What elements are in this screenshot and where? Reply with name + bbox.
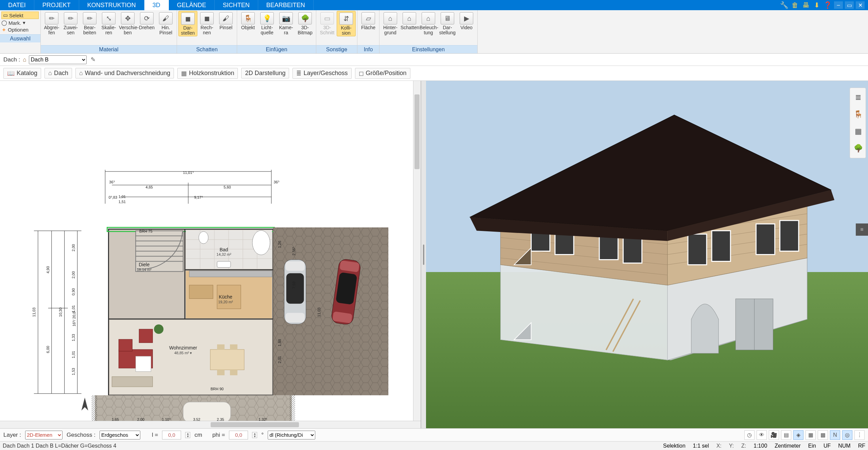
- 2d-v-scrollbar[interactable]: [413, 81, 421, 421]
- viewmode-solid-button[interactable]: ▩: [818, 430, 828, 440]
- 3d-view[interactable]: ≣🪑▦🌳 ≡: [426, 81, 868, 428]
- help-icon[interactable]: ❓: [823, 1, 832, 9]
- menu-datei[interactable]: DATEI: [0, 0, 34, 10]
- tab-layer-g[interactable]: ≣Layer/Geschoss: [293, 68, 351, 79]
- phi-spinner[interactable]: ▲▼: [252, 432, 257, 438]
- status-scale: 1:100: [754, 443, 767, 449]
- ribbon-zuweisen-button[interactable]: ✏Zuwei-sen: [61, 11, 80, 36]
- layer-select[interactable]: 2D-Elemen: [25, 431, 63, 439]
- selekt-toggle[interactable]: ▭ Selekt: [1, 12, 39, 19]
- menu-bearbeiten[interactable]: BEARBEITEN: [258, 0, 314, 10]
- viewmode-compass-button[interactable]: ◎: [842, 430, 852, 440]
- ribbon-darstellung-button[interactable]: 🖥Dar-stellung: [438, 11, 457, 36]
- mark-dropdown[interactable]: ◯ Mark. ▾: [1, 20, 39, 26]
- menu-sichten[interactable]: SICHTEN: [215, 0, 258, 10]
- ribbon-flaeche-button[interactable]: ▱Fläche: [359, 11, 378, 30]
- status-unit: Zentimeter: [775, 443, 800, 449]
- ribbon-abgreifen-button[interactable]: ✏Abgrei-fen: [42, 11, 61, 36]
- tab-wand-dach[interactable]: ⌂Wand- und Dachverschneidung: [75, 68, 174, 78]
- geschoss-select[interactable]: Erdgeschos: [100, 431, 140, 439]
- ribbon-drehen-button[interactable]: ⟳Drehen: [137, 11, 156, 30]
- menu-konstruktion[interactable]: KONSTRUKTION: [79, 0, 144, 10]
- viewmode-stack-button[interactable]: ▤: [781, 430, 791, 440]
- dach-select[interactable]: Dach B: [29, 55, 87, 64]
- palette-plants-button[interactable]: 🌳: [852, 142, 864, 155]
- l-input[interactable]: [162, 431, 181, 439]
- viewmode-cam-button[interactable]: 🎥: [769, 430, 779, 440]
- svg-rect-107: [780, 220, 799, 251]
- svg-rect-103: [623, 236, 642, 263]
- darstellen-icon: ◼: [181, 13, 195, 25]
- phi-label: phi =: [212, 432, 225, 438]
- ribbon-video-button[interactable]: ▶Video: [457, 11, 476, 30]
- ribbon-hintergrund-button[interactable]: ⌂Hinter-grund: [381, 11, 400, 36]
- ribbon-bearbeiten-button[interactable]: ✏Bear-beiten: [80, 11, 99, 36]
- dach-icon: ⌂: [23, 56, 26, 63]
- tab-dach[interactable]: ⌂Dach: [45, 68, 72, 78]
- tab-katalog[interactable]: 📖Katalog: [3, 68, 41, 79]
- ribbon-hin-pinsel-button[interactable]: 🖌Hin.Pinsel: [156, 11, 175, 36]
- ribbon-3d-bitmap-button[interactable]: 🌳3D-Bitmap: [296, 11, 315, 36]
- dimension-label: 11,01⁵: [183, 170, 193, 175]
- close-button[interactable]: ✕: [856, 1, 865, 9]
- minimize-button[interactable]: –: [834, 1, 843, 9]
- maximize-button[interactable]: ▭: [845, 1, 854, 9]
- tab-2d-dar[interactable]: 2D Darstellung: [241, 68, 289, 78]
- 3d-canvas[interactable]: [426, 81, 868, 428]
- palette-furniture-button[interactable]: 🪑: [852, 108, 864, 121]
- ribbon-skalieren-button[interactable]: ⤡Skalie-ren: [99, 11, 118, 36]
- ribbon-darstellen-button[interactable]: ◼Dar-stellen: [178, 11, 197, 36]
- tab-groesse[interactable]: ◻Größe/Position: [355, 68, 410, 79]
- palette-layers-button[interactable]: ≣: [852, 91, 864, 104]
- l-label: l =: [152, 432, 158, 438]
- viewmode-north-button[interactable]: N: [830, 430, 840, 440]
- tab-holz[interactable]: ▦Holzkonstruktion: [177, 68, 238, 79]
- palette-materials-button[interactable]: ▦: [852, 125, 864, 138]
- verschieben-icon: ✥: [121, 12, 135, 24]
- viewmode-persp-button[interactable]: ◈: [793, 430, 803, 440]
- trash-icon[interactable]: 🗑: [791, 1, 799, 9]
- view-splitter[interactable]: [421, 81, 426, 428]
- edit-pencil-icon[interactable]: ✎: [89, 56, 97, 64]
- status-bar: Dach Dach 1 Dach B L=Dächer G=Geschoss 4…: [0, 441, 868, 450]
- print-icon[interactable]: 🖶: [801, 1, 810, 9]
- l-spinner[interactable]: ▲▼: [185, 432, 190, 438]
- viewmode-wire-button[interactable]: ▦: [805, 430, 816, 440]
- svg-rect-63: [230, 344, 237, 350]
- dach-label: Dach :: [3, 56, 20, 63]
- layer-label: Layer :: [3, 432, 21, 438]
- menu-projekt[interactable]: PROJEKT: [34, 0, 79, 10]
- ribbon-kamera-button[interactable]: 📷Kame-ra: [277, 11, 296, 36]
- 2d-h-scrollbar[interactable]: [0, 421, 421, 428]
- view-mode-icons: ◷👁🎥▤◈▦▩N◎⋮: [744, 430, 865, 440]
- menu-gelaende[interactable]: GELÄNDE: [169, 0, 215, 10]
- ribbon-kollision-button[interactable]: ⇵Kolli-sion: [337, 11, 356, 36]
- phi-input[interactable]: [229, 431, 248, 439]
- ribbon-rechnen-button[interactable]: ◼Rech-nen: [197, 11, 216, 36]
- room-area: 14,32 m²: [216, 252, 231, 256]
- mode-select[interactable]: dl (Richtung/Di: [268, 431, 315, 439]
- panel-expand-handle[interactable]: ≡: [856, 223, 868, 236]
- ribbon-verschieben-button[interactable]: ✥Verschie-ben: [118, 11, 137, 36]
- 2d-plan-view[interactable]: Bad14,32 m²Diele18,14 m²Küche19,20 m²Woh…: [0, 81, 421, 428]
- svg-rect-64: [217, 370, 225, 375]
- svg-rect-44: [217, 261, 231, 267]
- floorplan-canvas[interactable]: Bad14,32 m²Diele18,14 m²Küche19,20 m²Woh…: [0, 81, 421, 428]
- ribbon-schatten2-button[interactable]: ⌂Schatten: [400, 11, 419, 30]
- dimension-label: 11,03: [32, 307, 36, 317]
- ribbon-objekt-button[interactable]: 🪑Objekt: [238, 11, 258, 30]
- 3d-side-palette: ≣🪑▦🌳: [850, 88, 866, 158]
- tools-icon[interactable]: 🔧: [780, 1, 789, 9]
- ribbon-pinsel-button[interactable]: 🖌Pinsel: [216, 11, 235, 30]
- ribbon-beleuchtung-button[interactable]: ⌂Beleuch-tung: [419, 11, 438, 36]
- viewmode-more-button[interactable]: ⋮: [854, 430, 865, 440]
- viewmode-eye-button[interactable]: 👁: [757, 430, 767, 440]
- viewmode-clock-button[interactable]: ◷: [744, 430, 755, 440]
- status-y-label: Y:: [729, 443, 734, 449]
- kamera-icon: 📷: [279, 12, 293, 24]
- dimension-label: 16⁵/ 20,8: [72, 311, 76, 326]
- ribbon-lichtquelle-button[interactable]: 💡Licht-quelle: [258, 11, 277, 36]
- menu-3d[interactable]: 3D: [144, 0, 169, 10]
- optionen-button[interactable]: ＋Optionen: [1, 26, 39, 33]
- download-icon[interactable]: ⬇: [812, 1, 821, 9]
